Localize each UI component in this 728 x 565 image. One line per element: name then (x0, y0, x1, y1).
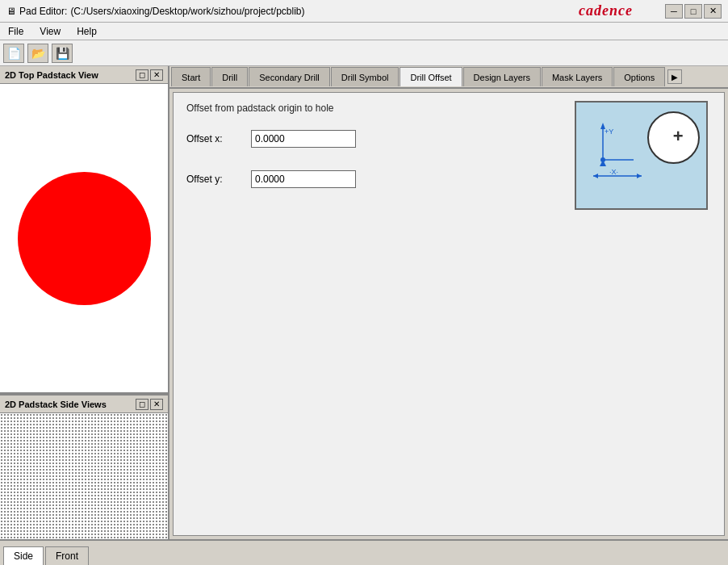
left-panel: 2D Top Padstack View ◻ ✕ 2D Padstack Sid… (0, 66, 169, 539)
top-panel-close[interactable]: ✕ (150, 69, 163, 81)
side-panel-close[interactable]: ✕ (150, 399, 163, 410)
side-padstack-header: 2D Padstack Side Views ◻ ✕ (0, 396, 168, 413)
dotted-background (0, 413, 168, 539)
app-icon: 🖥 (6, 6, 16, 17)
side-panel-restore[interactable]: ◻ (136, 399, 149, 410)
tab-mask-layers[interactable]: Mask Layers (542, 67, 613, 86)
title-bar: 🖥 Pad Editor: (C:/Users/xiaoxing/Desktop… (0, 0, 728, 23)
offset-x-input[interactable] (251, 130, 356, 148)
top-padstack-header: 2D Top Padstack View ◻ ✕ (0, 66, 168, 84)
side-padstack-canvas (0, 413, 168, 539)
svg-marker-7 (593, 174, 598, 178)
tab-nav-right[interactable]: ▶ (667, 69, 682, 84)
side-padstack-panel: 2D Padstack Side Views ◻ ✕ (0, 394, 168, 539)
plus-in-circle: + (673, 126, 684, 147)
red-circle-pad (18, 172, 151, 305)
top-padstack-panel: 2D Top Padstack View ◻ ✕ (0, 66, 168, 394)
tab-options[interactable]: Options (613, 67, 665, 86)
right-panel: Start Drill Secondary Drill Drill Symbol… (169, 66, 728, 539)
origin-crosshair: +Y ·X· (584, 119, 648, 184)
tab-side[interactable]: Side (3, 546, 44, 565)
tab-drill-symbol[interactable]: Drill Symbol (331, 67, 400, 86)
menu-help[interactable]: Help (72, 24, 102, 39)
tabs-strip: Start Drill Secondary Drill Drill Symbol… (169, 66, 728, 89)
side-padstack-title: 2D Padstack Side Views (5, 400, 107, 409)
menu-view[interactable]: View (35, 24, 65, 39)
menu-file[interactable]: File (3, 24, 28, 39)
top-padstack-canvas (0, 84, 168, 392)
app-title: Pad Editor: (19, 6, 67, 17)
menu-bar: File View Help (0, 23, 728, 40)
diagram-inner: + +Y (577, 103, 706, 208)
content-area: Offset from padstack origin to hole + (173, 92, 725, 536)
open-button[interactable]: 📂 (27, 44, 48, 63)
tab-design-layers[interactable]: Design Layers (463, 67, 541, 86)
offset-y-label: Offset y: (186, 174, 251, 185)
new-button[interactable]: 📄 (3, 44, 24, 63)
svg-marker-4 (600, 160, 606, 166)
tab-front[interactable]: Front (45, 546, 89, 565)
cadence-logo: cadence (579, 2, 633, 19)
bottom-tabs: Side Front (0, 539, 728, 565)
svg-marker-8 (637, 174, 642, 178)
main-layout: 2D Top Padstack View ◻ ✕ 2D Padstack Sid… (0, 66, 728, 539)
tab-drill-offset[interactable]: Drill Offset (400, 67, 462, 86)
top-padstack-title: 2D Top Padstack View (5, 70, 98, 80)
minimize-button[interactable]: ─ (665, 4, 683, 19)
offset-y-input[interactable] (251, 170, 356, 188)
tab-drill[interactable]: Drill (211, 67, 248, 86)
file-path: (C:/Users/xiaoxing/Desktop/work/sizhou/p… (70, 6, 304, 17)
svg-text:·X·: ·X· (609, 168, 618, 176)
save-button[interactable]: 💾 (52, 44, 73, 63)
close-button[interactable]: ✕ (704, 4, 722, 19)
svg-text:+Y: +Y (605, 128, 613, 136)
tab-secondary-drill[interactable]: Secondary Drill (249, 67, 330, 86)
maximize-button[interactable]: □ (684, 4, 702, 19)
top-panel-restore[interactable]: ◻ (136, 69, 149, 81)
offset-x-label: Offset x: (186, 133, 251, 144)
drill-offset-diagram: + +Y (575, 101, 708, 210)
tab-start[interactable]: Start (171, 67, 211, 86)
toolbar: 📄 📂 💾 (0, 40, 728, 66)
